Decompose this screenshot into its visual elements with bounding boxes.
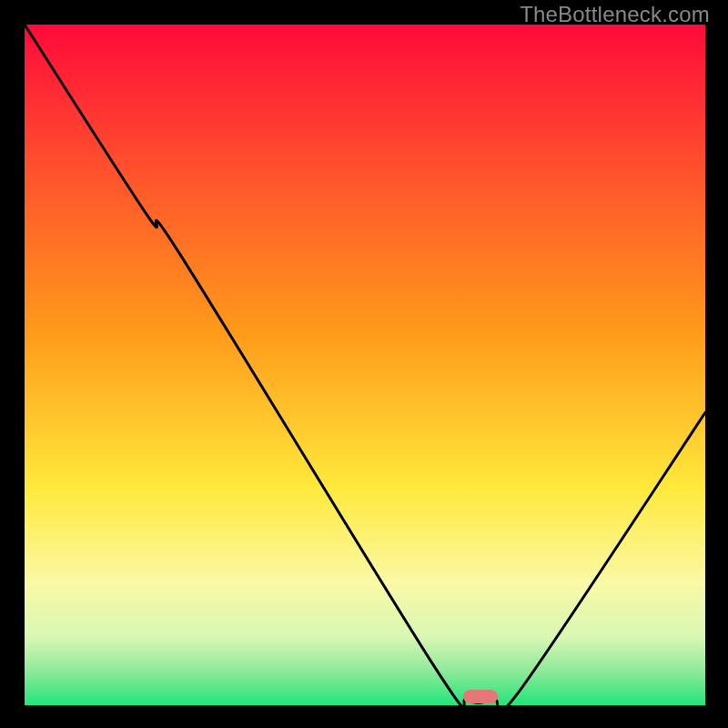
watermark-text: TheBottleneck.com <box>520 2 710 27</box>
bottleneck-curve <box>25 25 705 705</box>
plot-area <box>25 25 705 705</box>
chart-frame: TheBottleneck.com <box>0 0 728 728</box>
optimal-point-marker <box>463 690 497 703</box>
